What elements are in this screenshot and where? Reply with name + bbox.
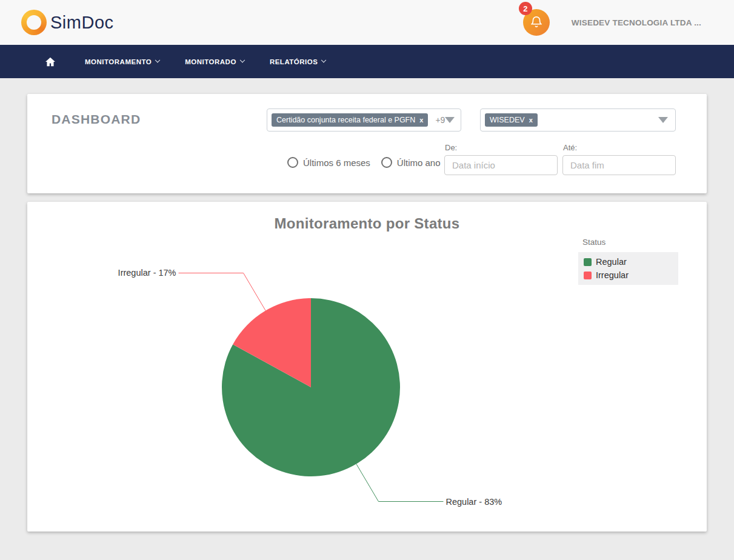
remove-tag-icon[interactable]: x bbox=[419, 117, 423, 124]
dashboard-filters-card: DASHBOARD Certidão conjunta receita fede… bbox=[27, 94, 707, 193]
date-from-label: De: bbox=[445, 143, 457, 152]
remove-tag-icon[interactable]: x bbox=[529, 117, 533, 124]
nav-item-label: RELATÓRIOS bbox=[270, 58, 318, 65]
radio-ultimos-6-meses[interactable]: Últimos 6 meses bbox=[287, 157, 370, 168]
home-button[interactable] bbox=[45, 57, 56, 67]
simdoc-ring-icon bbox=[21, 10, 47, 35]
nav-item-monitorado[interactable]: MONITORADO bbox=[181, 53, 248, 70]
chevron-down-icon bbox=[155, 57, 160, 62]
status-chart-card: Monitoramento por Status Status RegularI… bbox=[27, 202, 707, 532]
home-icon bbox=[45, 57, 56, 67]
main-navbar: MONITORAMENTO MONITORADO RELATÓRIOS bbox=[0, 45, 734, 78]
company-select[interactable]: WISEDEV x bbox=[480, 108, 676, 132]
radio-ultimo-ano[interactable]: Último ano bbox=[381, 157, 441, 168]
callout-label-irregular: Irregular - 17% bbox=[118, 268, 176, 278]
chevron-down-icon bbox=[240, 57, 245, 62]
app-logo[interactable]: SimDoc bbox=[21, 10, 114, 35]
caret-down-icon[interactable] bbox=[445, 117, 455, 123]
caret-down-icon[interactable] bbox=[658, 117, 668, 123]
more-selected-count: +9 bbox=[435, 115, 445, 125]
pie-chart: Regular - 83%Irregular - 17% bbox=[27, 202, 707, 532]
chevron-down-icon bbox=[321, 57, 326, 62]
logo-text: SimDoc bbox=[50, 13, 114, 33]
selected-document-tag: Certidão conjunta receita federal e PGFN… bbox=[272, 113, 428, 127]
date-to-input[interactable] bbox=[562, 155, 676, 175]
nav-item-label: MONITORADO bbox=[185, 58, 236, 65]
page-title: DASHBOARD bbox=[52, 112, 141, 127]
main-content: DASHBOARD Certidão conjunta receita fede… bbox=[0, 94, 734, 532]
tag-label: WISEDEV bbox=[490, 116, 525, 124]
app-header: SimDoc 2 WISEDEV TECNOLOGIA LTDA ... bbox=[0, 0, 734, 45]
date-to-label: Até: bbox=[563, 143, 577, 152]
notifications-button[interactable]: 2 bbox=[523, 9, 550, 36]
radio-label: Últimos 6 meses bbox=[303, 158, 370, 168]
header-right: 2 WISEDEV TECNOLOGIA LTDA ... bbox=[523, 9, 701, 36]
tag-label: Certidão conjunta receita federal e PGFN bbox=[276, 116, 415, 124]
nav-item-label: MONITORAMENTO bbox=[85, 58, 152, 65]
period-radio-group: Últimos 6 meses Último ano bbox=[287, 157, 441, 168]
page: SimDoc 2 WISEDEV TECNOLOGIA LTDA ... MON… bbox=[0, 0, 734, 532]
callout-line bbox=[179, 273, 266, 310]
document-type-select[interactable]: Certidão conjunta receita federal e PGFN… bbox=[267, 108, 461, 132]
bell-icon bbox=[530, 16, 543, 29]
radio-circle-icon bbox=[381, 157, 392, 168]
nav-item-monitoramento[interactable]: MONITORAMENTO bbox=[81, 53, 163, 70]
date-from-input[interactable] bbox=[444, 155, 558, 175]
nav-item-relatorios[interactable]: RELATÓRIOS bbox=[266, 53, 330, 70]
company-name[interactable]: WISEDEV TECNOLOGIA LTDA ... bbox=[572, 18, 701, 27]
notification-count-badge: 2 bbox=[519, 2, 532, 15]
callout-label-regular: Regular - 83% bbox=[445, 497, 502, 507]
selected-company-tag: WISEDEV x bbox=[485, 113, 538, 127]
radio-circle-icon bbox=[287, 157, 298, 168]
callout-line bbox=[356, 464, 444, 502]
radio-label: Último ano bbox=[397, 158, 441, 168]
